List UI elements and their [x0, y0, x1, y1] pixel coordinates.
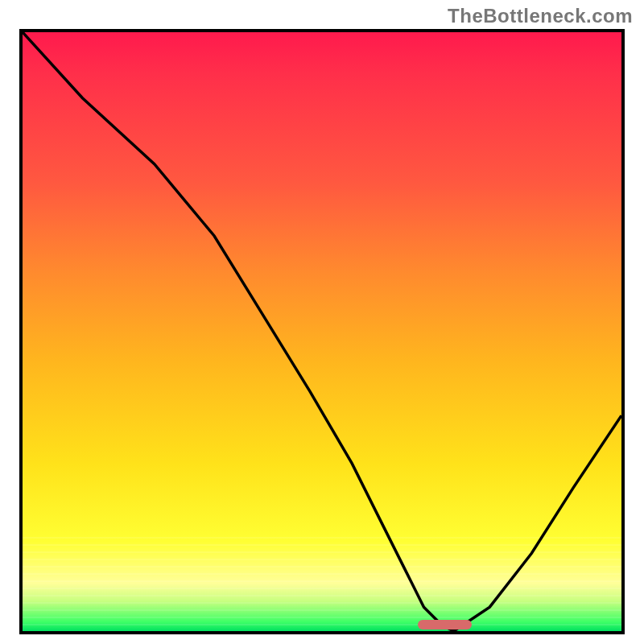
optimal-range-marker	[418, 620, 472, 630]
curve-path	[23, 32, 621, 631]
bottleneck-curve	[23, 32, 621, 631]
watermark-text: TheBottleneck.com	[448, 5, 633, 27]
chart-plot-area	[19, 29, 625, 634]
